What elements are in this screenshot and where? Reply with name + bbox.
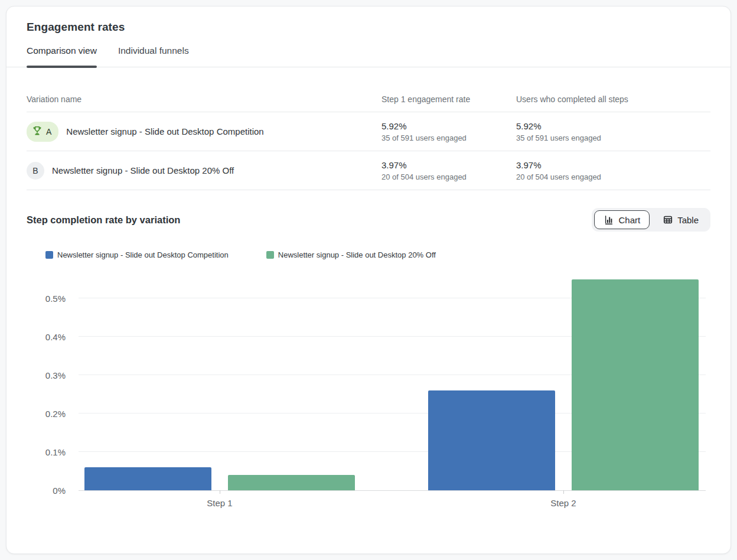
step1-rate-detail: 35 of 591 users engaged <box>381 134 516 142</box>
x-axis-tick <box>220 490 220 494</box>
chart-legend: Newsletter signup - Slide out Desktop Co… <box>45 250 710 259</box>
chart-bar[interactable] <box>84 467 212 490</box>
tab-individual-funnels[interactable]: Individual funnels <box>118 45 189 67</box>
x-axis-label: Step 1 <box>207 498 232 508</box>
variation-letter: B <box>32 166 38 175</box>
y-axis-label: 0.3% <box>45 370 66 380</box>
column-header-step1-rate: Step 1 engagement rate <box>381 95 516 104</box>
table-row-variation-b: B Newsletter signup - Slide out Desktop … <box>27 151 710 190</box>
winner-badge: A <box>27 122 58 142</box>
chart-table-toggle: Chart Table <box>592 208 710 232</box>
legend-label: Newsletter signup - Slide out Desktop 20… <box>278 250 436 259</box>
variation-name: Newsletter signup - Slide out Desktop Co… <box>66 126 263 136</box>
y-axis-label: 0.1% <box>45 447 66 457</box>
chart-bar[interactable] <box>428 390 556 490</box>
column-header-completed-all: Users who completed all steps <box>516 95 710 104</box>
y-axis-label: 0.2% <box>45 409 66 419</box>
chart-bar[interactable] <box>228 475 356 490</box>
variation-badge: B <box>27 162 44 180</box>
variation-name: Newsletter signup - Slide out Desktop 20… <box>52 165 234 175</box>
legend-label: Newsletter signup - Slide out Desktop Co… <box>57 250 229 259</box>
comparison-table-header: Variation name Step 1 engagement rate Us… <box>27 67 710 112</box>
chart-view-label: Chart <box>618 215 640 225</box>
completed-rate-detail: 35 of 591 users engaged <box>516 134 710 142</box>
completed-rate-value: 5.92% <box>516 121 710 131</box>
y-axis-label: 0.4% <box>45 332 66 342</box>
legend-swatch-green <box>266 251 274 259</box>
step1-rate-value: 5.92% <box>381 121 516 131</box>
y-axis-label: 0.5% <box>45 294 66 304</box>
table-view-label: Table <box>677 215 699 225</box>
chart-plot: 0%0.1%0.2%0.3%0.4%0.5%Step 1Step 2 <box>79 274 706 491</box>
completed-rate-detail: 20 of 504 users engaged <box>516 172 710 181</box>
chart-section-title: Step completion rate by variation <box>27 214 180 226</box>
bar-chart-icon <box>604 214 614 225</box>
table-view-button[interactable]: Table <box>653 210 708 229</box>
chart-view-button[interactable]: Chart <box>594 210 650 229</box>
legend-item-20-off: Newsletter signup - Slide out Desktop 20… <box>266 250 436 259</box>
page-title: Engagement rates <box>27 21 710 34</box>
legend-swatch-blue <box>45 251 53 259</box>
tab-comparison-view[interactable]: Comparison view <box>27 45 97 67</box>
legend-item-competition: Newsletter signup - Slide out Desktop Co… <box>45 250 229 259</box>
step1-rate-value: 3.97% <box>381 160 516 170</box>
y-axis-label: 0% <box>53 486 66 496</box>
table-grid-icon <box>663 214 673 225</box>
engagement-rates-card: Engagement rates Comparison view Individ… <box>6 6 731 554</box>
chart-bar[interactable] <box>572 279 699 490</box>
x-axis-label: Step 2 <box>550 498 576 508</box>
column-header-variation-name: Variation name <box>27 95 381 104</box>
table-row-variation-a: A Newsletter signup - Slide out Desktop … <box>27 112 710 151</box>
variation-letter: A <box>46 127 51 136</box>
completed-rate-value: 3.97% <box>516 160 710 170</box>
trophy-icon <box>32 125 43 138</box>
view-tabs: Comparison view Individual funnels <box>27 45 710 67</box>
x-axis-tick <box>563 490 564 494</box>
step1-rate-detail: 20 of 504 users engaged <box>381 172 516 181</box>
